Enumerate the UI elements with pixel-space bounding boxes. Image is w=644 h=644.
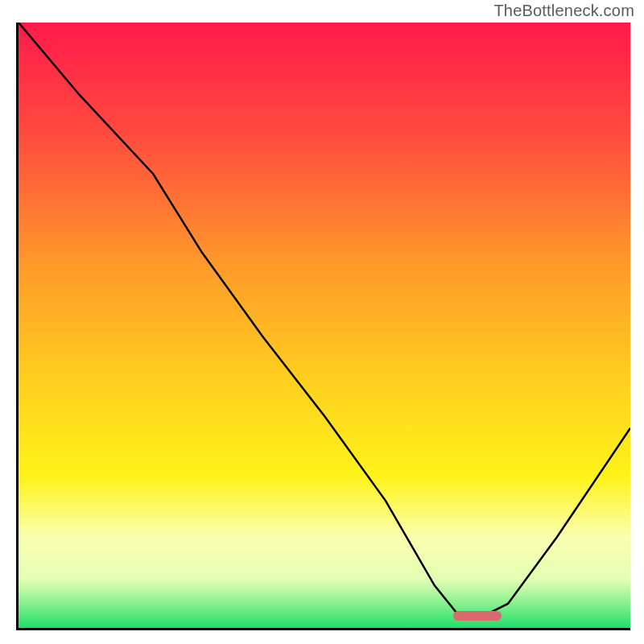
watermark-text: TheBottleneck.com: [493, 2, 634, 20]
chart-plot-area: [16, 23, 630, 630]
curve-layer: [19, 23, 630, 628]
bottleneck-curve: [19, 23, 630, 616]
optimal-range-marker: [453, 611, 502, 621]
